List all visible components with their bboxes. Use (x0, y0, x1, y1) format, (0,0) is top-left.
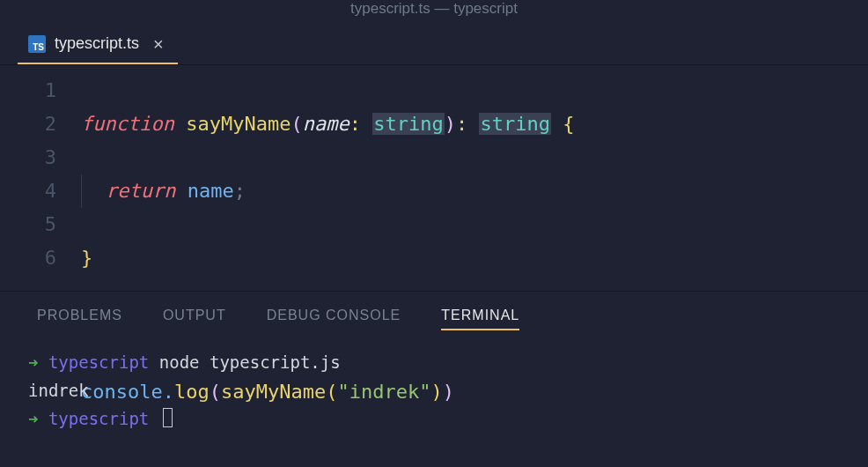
tab-typescript-ts[interactable]: TS typescript.ts × (18, 25, 178, 64)
prompt-dir: typescript (48, 409, 149, 428)
tab-problems[interactable]: PROBLEMS (37, 308, 122, 330)
line-number: 1 (0, 74, 56, 107)
line-number: 5 (0, 208, 56, 241)
editor-tab-bar: TS typescript.ts × (0, 25, 868, 65)
prompt-arrow-icon: ➜ (28, 409, 38, 428)
window-title: typescript.ts — typescript (350, 0, 518, 18)
typescript-file-icon: TS (28, 35, 46, 53)
terminal-cursor (163, 408, 173, 427)
terminal-command: node typescript.js (159, 352, 341, 372)
code-editor[interactable]: 1 2 3 4 5 6 function sayMyName(name: str… (0, 65, 868, 291)
code-content[interactable]: function sayMyName(name: string): string… (81, 74, 574, 291)
code-line: } (81, 241, 574, 275)
window-titlebar: typescript.ts — typescript (0, 0, 868, 25)
prompt-dir: typescript (48, 352, 149, 372)
code-line (81, 442, 574, 467)
tab-filename: typescript.ts (55, 34, 139, 53)
line-number: 3 (0, 141, 56, 174)
line-number: 6 (0, 241, 56, 275)
tab-output[interactable]: OUTPUT (163, 308, 226, 330)
line-number: 2 (0, 107, 56, 141)
line-number-gutter: 1 2 3 4 5 6 (0, 74, 81, 291)
prompt-arrow-icon: ➜ (28, 352, 38, 372)
close-icon[interactable]: × (153, 35, 164, 53)
line-number: 4 (0, 174, 56, 208)
tab-terminal[interactable]: TERMINAL (441, 308, 519, 330)
code-line: function sayMyName(name: string): string… (81, 107, 574, 141)
tab-debug-console[interactable]: DEBUG CONSOLE (267, 308, 401, 330)
code-line: return name; (81, 174, 574, 208)
terminal-stdout: indrek (28, 381, 89, 400)
